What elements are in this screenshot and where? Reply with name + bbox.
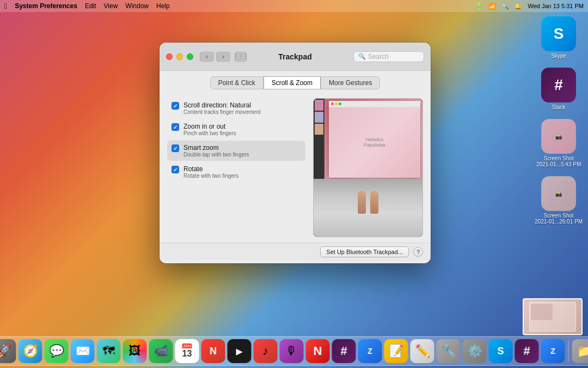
dock-podcasts[interactable]: 🎙	[280, 339, 304, 363]
option-text-zoom-in-out: Zoom in or out Pinch with two fingers	[183, 123, 236, 136]
dock-messages[interactable]: 💬	[45, 339, 69, 363]
dock-pencil[interactable]: ✏️	[411, 339, 434, 363]
search-icon: 🔍	[358, 53, 366, 60]
option-subtitle-rotate: Rotate with two fingers	[183, 173, 238, 179]
dock-syspref[interactable]: ⚙️	[463, 339, 487, 363]
menu-view[interactable]: View	[104, 2, 118, 10]
options-list: ✓ Scroll direction: Natural Content trac…	[167, 98, 305, 237]
search-box[interactable]: 🔍	[353, 51, 424, 62]
menu-help[interactable]: Help	[156, 2, 170, 10]
traffic-lights	[166, 53, 193, 60]
sidebar-app-slack-label: Slack	[552, 104, 565, 110]
option-title-zoom-in-out: Zoom in or out	[183, 123, 236, 130]
sidebar-app-screenshot1[interactable]: 📸 Screen Shot2021-01...5:43 PM	[536, 119, 581, 167]
sidebar-app-screenshot1-label: Screen Shot2021-01...5:43 PM	[536, 155, 581, 167]
minimize-button[interactable]	[176, 53, 183, 60]
option-title-scroll-direction: Scroll direction: Natural	[183, 101, 261, 109]
thumbnail-inner	[524, 299, 581, 334]
checkbox-smart-zoom[interactable]: ✓	[171, 144, 179, 152]
option-zoom-in-out[interactable]: ✓ Zoom in or out Pinch with two fingers	[167, 119, 305, 140]
sidebar-app-skype-label: Skype	[551, 53, 566, 59]
option-text-scroll-direction: Scroll direction: Natural Content tracks…	[183, 101, 261, 115]
option-subtitle-scroll-direction: Content tracks finger movement	[183, 109, 261, 115]
option-scroll-direction[interactable]: ✓ Scroll direction: Natural Content trac…	[167, 98, 305, 118]
dock-notes[interactable]: 📝	[384, 339, 408, 363]
menu-battery-icon: 🔋	[475, 3, 483, 10]
back-button[interactable]: ‹	[200, 52, 214, 62]
menu-search-icon[interactable]: 🔍	[501, 3, 509, 10]
tab-more-gestures[interactable]: More Gestures	[321, 76, 380, 89]
checkmark-scroll-direction: ✓	[173, 103, 177, 109]
preview-area: HeladosPapaletas	[313, 98, 423, 237]
checkbox-scroll-direction[interactable]: ✓	[171, 102, 179, 110]
dock-safari[interactable]: 🧭	[19, 339, 42, 363]
option-title-rotate: Rotate	[183, 165, 238, 173]
dock: 🐻 🚀 🧭 💬 ✉️ 🗺 🖼 📹 JAN 13 N ▶ ♪ 🎙 N # Z 📝 …	[0, 336, 588, 366]
menu-edit[interactable]: Edit	[85, 2, 96, 10]
close-button[interactable]	[166, 53, 173, 60]
dock-launchpad[interactable]: 🚀	[0, 339, 16, 363]
sidebar-icons: S Skype # Slack 📸 Screen Shot2021-01...5…	[535, 16, 583, 225]
tab-point-click[interactable]: Point & Click	[210, 76, 264, 89]
menu-window[interactable]: Window	[125, 2, 149, 10]
checkmark-rotate: ✓	[173, 167, 177, 173]
dock-skype[interactable]: S	[489, 339, 513, 363]
option-smart-zoom[interactable]: ✓ Smart zoom Double-tap with two fingers	[167, 141, 305, 161]
desktop:  System Preferences Edit View Window He…	[0, 0, 588, 368]
menu-app-name[interactable]: System Preferences	[15, 2, 77, 10]
window-thumbnail	[523, 298, 583, 335]
option-rotate[interactable]: ✓ Rotate Rotate with two fingers	[167, 162, 305, 182]
menubar:  System Preferences Edit View Window He…	[0, 0, 588, 12]
sidebar-app-slack[interactable]: # Slack	[541, 68, 576, 110]
sidebar-app-skype[interactable]: S Skype	[541, 16, 576, 59]
sidebar-app-screenshot2[interactable]: 📸 Screen Shot2021-01...26:01 PM	[535, 176, 583, 225]
checkmark-zoom-in-out: ✓	[173, 124, 177, 130]
grid-button[interactable]: ⋮⋮⋮	[235, 52, 247, 62]
bluetooth-button[interactable]: Set Up Bluetooth Trackpad...	[320, 246, 409, 257]
tabs: Point & Click Scroll & Zoom More Gesture…	[160, 71, 431, 93]
dock-appletv[interactable]: ▶	[228, 339, 252, 363]
tab-scroll-zoom[interactable]: Scroll & Zoom	[264, 76, 321, 89]
preferences-window: ‹ › ⋮⋮⋮ Trackpad 🔍 Point & Click Scroll …	[160, 43, 431, 263]
option-text-rotate: Rotate Rotate with two fingers	[183, 165, 238, 179]
dock-photos[interactable]: 🖼	[123, 339, 147, 363]
forward-button[interactable]: ›	[216, 52, 230, 62]
dock-tools[interactable]: 🔧	[437, 339, 461, 363]
content-area: ✓ Scroll direction: Natural Content trac…	[160, 93, 431, 243]
maximize-button[interactable]	[187, 53, 193, 60]
checkbox-zoom-in-out[interactable]: ✓	[171, 123, 179, 131]
dock-maps[interactable]: 🗺	[97, 339, 121, 363]
dock-mail[interactable]: ✉️	[71, 339, 95, 363]
help-button[interactable]: ?	[413, 247, 423, 257]
dock-separator	[568, 340, 569, 362]
dock-folder[interactable]: 📁	[572, 339, 589, 363]
dock-news[interactable]: N	[201, 339, 225, 363]
nav-buttons: ‹ ›	[200, 52, 230, 62]
dock-slack2[interactable]: #	[515, 339, 539, 363]
menu-wifi-icon: 📶	[488, 3, 496, 10]
dock-music[interactable]: ♪	[254, 339, 278, 363]
option-subtitle-smart-zoom: Double-tap with two fingers	[183, 152, 249, 158]
checkbox-rotate[interactable]: ✓	[171, 166, 179, 173]
dock-facetime[interactable]: 📹	[149, 339, 173, 363]
dock-slack[interactable]: #	[332, 339, 356, 363]
window-title: Trackpad	[278, 52, 311, 61]
window-titlebar: ‹ › ⋮⋮⋮ Trackpad 🔍	[160, 43, 431, 71]
search-input[interactable]	[368, 53, 419, 61]
menu-time: Wed Jan 13 5:31 PM	[528, 3, 584, 9]
apple-menu[interactable]: 	[4, 2, 7, 10]
dock-news2[interactable]: N	[306, 339, 330, 363]
checkmark-smart-zoom: ✓	[173, 146, 177, 152]
sidebar-app-screenshot2-label: Screen Shot2021-01...26:01 PM	[535, 213, 583, 225]
dock-zoom2[interactable]: Z	[541, 339, 565, 363]
dock-zoom[interactable]: Z	[358, 339, 382, 363]
menu-notification-icon[interactable]: 🔔	[514, 3, 522, 10]
bottom-bar: Set Up Bluetooth Trackpad... ?	[160, 243, 431, 261]
dock-calendar[interactable]: JAN 13	[175, 339, 199, 363]
option-title-smart-zoom: Smart zoom	[183, 144, 249, 152]
option-subtitle-zoom-in-out: Pinch with two fingers	[183, 130, 236, 136]
option-text-smart-zoom: Smart zoom Double-tap with two fingers	[183, 144, 249, 158]
